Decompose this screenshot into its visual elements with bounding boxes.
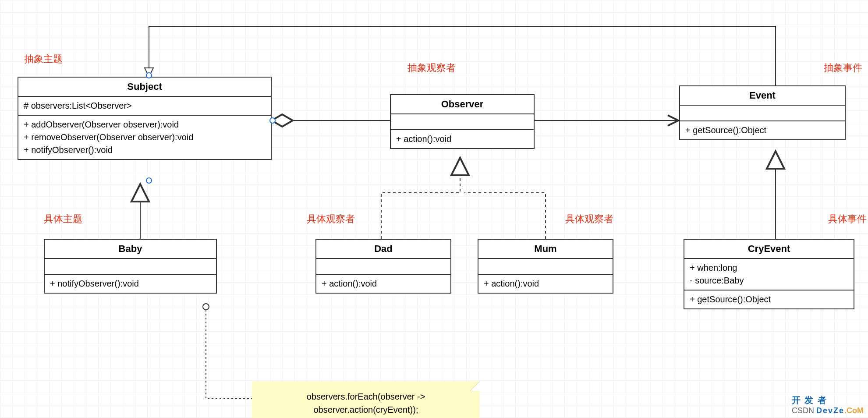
- class-subject-name: Subject: [18, 78, 271, 97]
- class-baby-name: Baby: [45, 240, 216, 259]
- class-observer-attrs: [391, 114, 534, 130]
- svg-point-4: [146, 178, 152, 183]
- class-event-name: Event: [680, 86, 845, 106]
- class-dad-name: Dad: [316, 240, 450, 259]
- class-cryevent-name: CryEvent: [684, 240, 854, 259]
- svg-point-7: [203, 304, 209, 310]
- label-concrete-event: 具体事件: [828, 213, 867, 226]
- class-baby-attrs: [45, 259, 216, 275]
- class-observer-ops: + action():void: [391, 130, 534, 148]
- class-event: Event + getSource():Object: [679, 85, 846, 140]
- class-cryevent-ops: + getSource():Object: [684, 290, 854, 308]
- class-dad-ops: + action():void: [316, 275, 450, 293]
- class-baby-ops: + notifyObserver():void: [45, 275, 216, 293]
- class-subject-attrs: # observers:List<Observer>: [18, 97, 271, 116]
- class-baby: Baby + notifyObserver():void: [44, 239, 217, 294]
- note-observers: observers.forEach(observer -> observer.a…: [252, 381, 480, 418]
- watermark-csdn: CSDN: [792, 406, 814, 415]
- watermark-kaifazhe: 开 发 者: [792, 395, 827, 405]
- class-mum-name: Mum: [478, 240, 613, 259]
- class-subject: Subject # observers:List<Observer> + add…: [18, 77, 272, 160]
- class-mum-ops: + action():void: [478, 275, 613, 293]
- class-dad: Dad + action():void: [315, 239, 451, 294]
- class-observer-name: Observer: [391, 95, 534, 114]
- class-dad-attrs: [316, 259, 450, 275]
- note-line2: observer.action(cryEvent));: [265, 403, 467, 416]
- class-event-ops: + getSource():Object: [680, 121, 845, 139]
- class-cryevent: CryEvent + when:long - source:Baby + get…: [684, 239, 854, 309]
- label-abstract-observer: 抽象观察者: [407, 61, 456, 74]
- class-cryevent-attrs: + when:long - source:Baby: [684, 259, 854, 290]
- label-concrete-observer1: 具体观察者: [307, 213, 355, 226]
- class-mum: Mum + action():void: [478, 239, 613, 294]
- class-event-attrs: [680, 106, 845, 121]
- label-concrete-subject: 具体主题: [44, 213, 82, 226]
- class-subject-ops: + addObserver(Observer observer):void + …: [18, 116, 271, 159]
- note-line1: observers.forEach(observer ->: [265, 390, 467, 403]
- watermark: 开 发 者 CSDN DevZe.CoM: [792, 394, 864, 415]
- label-abstract-event: 抽象事件: [824, 61, 862, 74]
- note-fold-icon: [470, 381, 480, 391]
- label-concrete-observer2: 具体观察者: [565, 213, 613, 226]
- label-abstract-subject: 抽象主题: [24, 53, 63, 66]
- class-mum-attrs: [478, 259, 613, 275]
- watermark-dev: DevZe: [816, 406, 844, 415]
- watermark-com: .CoM: [844, 406, 864, 415]
- class-observer: Observer + action():void: [390, 94, 535, 149]
